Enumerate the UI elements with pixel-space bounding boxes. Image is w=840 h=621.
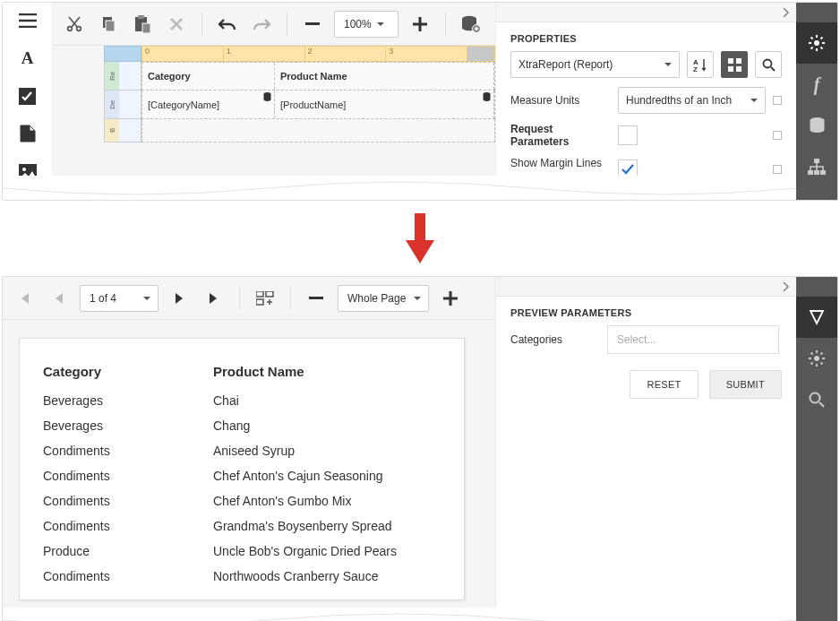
copy-button[interactable] [96, 12, 121, 37]
next-page-button[interactable] [167, 286, 193, 311]
prop-label-show-margin-lines: Show Margin Lines ... [510, 157, 611, 182]
panel-collapse-button[interactable] [496, 3, 796, 22]
detail-cell-category[interactable]: [CategoryName] [142, 91, 275, 118]
show-margin-lines-checkbox[interactable] [618, 160, 638, 179]
table-row: ProduceUncle Bob's Organic Dried Pears [43, 539, 441, 564]
redo-button[interactable] [249, 12, 274, 37]
prop-label-measure-units: Measure Units [510, 94, 611, 107]
settings-tab[interactable] [796, 338, 837, 379]
footer-row[interactable] [141, 119, 495, 142]
sort-alpha-button[interactable]: AZ [687, 51, 714, 78]
ruler-vertical: Re De B [104, 62, 141, 142]
properties-tab[interactable] [796, 22, 837, 64]
page-selector[interactable]: 1 of 4 [80, 285, 159, 312]
categories-select[interactable]: Select... [607, 325, 779, 354]
field-binding-icon [483, 92, 491, 102]
detail-row[interactable]: [CategoryName] [ProductName] [141, 91, 495, 119]
zoom-out-button[interactable] [304, 286, 329, 311]
parameters-tab[interactable] [796, 297, 837, 338]
search-tab[interactable] [796, 379, 837, 420]
header-cell-productname[interactable]: Product Name [275, 63, 494, 90]
preview-toolbar: 1 of 4 Whole Page [3, 277, 494, 320]
zoom-in-button[interactable] [407, 12, 433, 37]
table-row: BeveragesChai [43, 388, 441, 413]
design-surface[interactable]: Category Product Name [CategoryName] [Pr… [141, 62, 495, 142]
svg-rect-27 [808, 170, 813, 175]
ruler-corner[interactable] [104, 46, 141, 62]
first-page-button[interactable] [12, 286, 37, 311]
field-binding-icon [263, 92, 271, 102]
zoom-mode-combo[interactable]: Whole Page [338, 285, 429, 312]
prop-favorite-toggle[interactable] [773, 96, 782, 105]
table-row: CondimentsChef Anton's Gumbo Mix [43, 488, 441, 513]
check-tool-icon[interactable] [17, 85, 39, 107]
last-page-button[interactable] [201, 286, 227, 311]
svg-point-37 [810, 393, 820, 403]
datasource-button[interactable] [459, 12, 484, 37]
svg-rect-20 [736, 58, 741, 64]
svg-rect-10 [305, 22, 320, 25]
designer-left-rail: A [3, 3, 53, 200]
categorized-button[interactable] [721, 51, 748, 78]
element-selector[interactable]: XtraReport (Report) [510, 51, 680, 78]
table-row: CondimentsAniseed Syrup [43, 438, 441, 463]
svg-rect-26 [814, 159, 819, 163]
svg-point-2 [22, 168, 26, 171]
report-table: Category Product Name BeveragesChaiBever… [43, 360, 441, 589]
zoom-in-button[interactable] [438, 286, 463, 311]
svg-point-24 [814, 40, 819, 46]
report-header-productname: Product Name [213, 360, 441, 388]
band-detail-handle[interactable]: De [104, 91, 141, 119]
submit-button[interactable]: SUBMIT [709, 370, 782, 399]
svg-rect-6 [106, 21, 115, 31]
designer-canvas[interactable]: 0 1 2 3 Re De B Category Product Name [C… [53, 46, 495, 200]
table-row: BeveragesChang [43, 413, 441, 438]
measure-units-dropdown[interactable]: Hundredths of an Inch [618, 87, 766, 114]
functions-tab[interactable]: f [796, 64, 837, 105]
delete-button[interactable] [164, 12, 189, 37]
svg-rect-35 [443, 297, 458, 299]
zoom-combo[interactable]: 100% [334, 11, 399, 38]
prev-page-button[interactable] [46, 286, 71, 311]
data-tab[interactable] [796, 105, 837, 146]
image-tool-icon[interactable] [17, 160, 39, 182]
svg-point-3 [68, 26, 73, 30]
param-label-categories: Categories [510, 333, 600, 346]
band-header-handle[interactable]: Re [104, 62, 141, 91]
band-footer-handle[interactable]: B [104, 119, 141, 142]
svg-rect-32 [256, 299, 263, 305]
header-row[interactable]: Category Product Name [141, 62, 495, 91]
svg-rect-19 [728, 58, 733, 64]
table-row: CondimentsGrandma's Boysenberry Spread [43, 513, 441, 539]
cut-button[interactable] [62, 12, 87, 37]
detail-cell-productname[interactable]: [ProductName] [275, 91, 494, 118]
tree-tab[interactable] [796, 146, 837, 187]
hamburger-icon[interactable] [17, 10, 39, 31]
prop-favorite-toggle[interactable] [773, 131, 782, 140]
preview-dark-rail [796, 277, 837, 621]
preview-surface[interactable]: Category Product Name BeveragesChaiBever… [3, 320, 494, 621]
search-props-button[interactable] [755, 51, 782, 78]
table-row: CondimentsNorthwoods Cranberry Sauce [43, 564, 441, 589]
svg-rect-30 [256, 291, 263, 297]
doc-tool-icon[interactable] [17, 123, 39, 144]
multipage-button[interactable] [253, 286, 278, 311]
designer-dark-rail: f [796, 3, 837, 200]
rail-expand-top[interactable] [796, 3, 837, 22]
svg-rect-9 [142, 23, 150, 33]
undo-button[interactable] [215, 12, 240, 37]
prop-favorite-toggle[interactable] [773, 165, 782, 174]
header-cell-category[interactable]: Category [142, 63, 275, 90]
prop-label-request-parameters: Request Parameters [510, 123, 611, 148]
svg-point-36 [814, 356, 819, 361]
panel-collapse-button[interactable] [496, 277, 796, 297]
text-tool-icon[interactable]: A [17, 47, 39, 69]
properties-panel: PROPERTIES XtraReport (Report) AZ Measur… [495, 3, 796, 200]
report-header-category: Category [43, 360, 213, 388]
request-parameters-checkbox[interactable] [618, 125, 638, 145]
designer-toolbar: 100% [53, 3, 495, 46]
zoom-out-button[interactable] [300, 12, 325, 37]
rail-expand-top[interactable] [796, 277, 837, 297]
reset-button[interactable]: RESET [630, 370, 698, 399]
paste-button[interactable] [130, 12, 155, 37]
